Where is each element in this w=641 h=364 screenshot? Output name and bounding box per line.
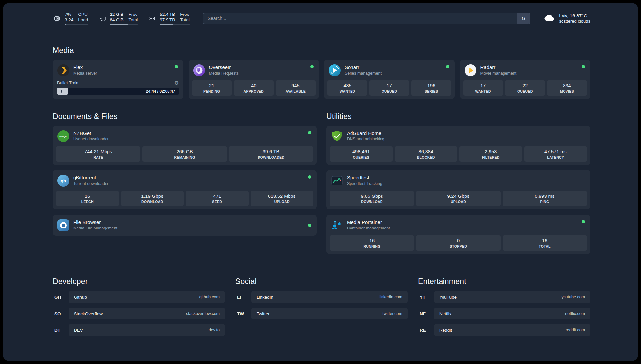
stat-label: SEED <box>187 200 247 204</box>
section-title-social: Social <box>235 277 408 286</box>
section-title-developer: Developer <box>53 277 225 286</box>
search-provider-button[interactable]: G <box>517 13 530 24</box>
search-input[interactable] <box>203 13 517 24</box>
bookmark-link-linkedin[interactable]: LinkedIn linkedin.com <box>251 291 408 303</box>
stat-value: 17 <box>371 83 408 88</box>
stat-block: 9.65 GbpsDOWNLOAD <box>330 191 414 206</box>
stat-label: STOPPED <box>417 244 499 248</box>
stat-value: 196 <box>412 83 450 88</box>
middle-columns: Documents & Files nzbget NZBGet Usenet d… <box>53 112 590 259</box>
stat-label: WANTED <box>465 89 502 93</box>
plex-now-playing: Bullet Train ⚙ 24:44 / 02:06:47 <box>56 80 180 95</box>
portainer-icon <box>331 219 343 231</box>
stat-block: 471SEED <box>186 191 249 206</box>
bookmark-link-dev[interactable]: DEV dev.to <box>69 324 225 336</box>
service-card-adguard[interactable]: AdGuard Home DNS and adblocking 498,461Q… <box>326 126 590 165</box>
service-card-plex[interactable]: Plex Media server Bullet Train ⚙ 24:44 <box>53 60 183 99</box>
stat-value: 0 <box>417 238 499 243</box>
svg-text:qb: qb <box>61 178 66 183</box>
search-bar[interactable]: G <box>203 13 531 24</box>
topbar-divider <box>53 31 590 31</box>
bookmark-link-twitter[interactable]: Twitter twitter.com <box>251 308 408 319</box>
playback-progressbar[interactable]: 24:44 / 02:06:47 <box>57 88 179 95</box>
stat-block: 0.993 msPING <box>503 191 587 206</box>
stat-label: QUEUED <box>506 89 544 93</box>
stat-value: 0.993 ms <box>504 194 586 199</box>
memory-total-value: 64 GiB <box>110 17 123 23</box>
pause-icon[interactable] <box>61 90 62 93</box>
bookmark-name: Twitter <box>257 311 270 316</box>
service-card-qbittorrent[interactable]: qb qBittorrent Torrent downloader 16LEEC… <box>53 170 317 209</box>
bookmark-row: GH Github github.com <box>53 291 225 303</box>
service-card-sonarr[interactable]: Sonarr Series management 485WANTED 17QUE… <box>324 60 455 99</box>
weather-location: Lviv, 16.87°C <box>559 13 590 18</box>
playback-progress-fill <box>57 88 68 95</box>
service-card-radarr[interactable]: Radarr Movie management 17WANTED 22QUEUE… <box>460 60 591 99</box>
stat-value: 22 <box>506 83 544 88</box>
bookmark-link-youtube[interactable]: YouTube youtube.com <box>434 291 590 303</box>
stat-value: 9.24 Gbps <box>417 194 499 199</box>
service-description: Container management <box>347 226 390 230</box>
bookmark-name: DEV <box>74 328 83 333</box>
plex-icon <box>57 64 70 76</box>
adguard-icon <box>331 130 343 142</box>
status-dot <box>582 220 585 223</box>
bookmark-link-reddit[interactable]: Reddit reddit.com <box>434 324 590 336</box>
service-card-nzbget[interactable]: nzbget NZBGet Usenet downloader 744.21 M… <box>53 126 317 165</box>
stat-label: UPLOAD <box>252 200 312 204</box>
stat-block: 40APPROVED <box>234 80 274 96</box>
service-card-portainer[interactable]: Media Portainer Container management 16R… <box>326 215 590 254</box>
stat-block: 1.19 GbpsDOWNLOAD <box>121 191 184 206</box>
stat-value: 618.52 Mbps <box>252 194 312 199</box>
service-stats: 17WANTED 22QUEUED 834MOVIES <box>463 80 587 96</box>
stat-block: 0STOPPED <box>416 235 501 251</box>
section-documents: Documents & Files nzbget NZBGet Usenet d… <box>53 112 317 241</box>
pause-icon[interactable] <box>63 90 64 93</box>
bookmark-abbr: DT <box>53 328 69 333</box>
service-description: Torrent downloader <box>73 181 108 186</box>
cpu-percent-value: 7% <box>65 12 73 17</box>
bookmark-link-stackoverflow[interactable]: StackOverflow stackoverflow.com <box>69 308 225 319</box>
stat-label: AVAILABLE <box>277 89 314 93</box>
gear-icon[interactable]: ⚙ <box>174 80 179 85</box>
service-name: AdGuard Home <box>347 130 384 136</box>
section-title-media: Media <box>53 46 590 55</box>
bookmark-domain: netflix.com <box>565 311 585 316</box>
status-dot <box>310 65 314 68</box>
service-card-overseerr[interactable]: Overseerr Media Requests 21PENDING 40APP… <box>189 60 319 99</box>
stat-value: 945 <box>277 83 314 88</box>
bookmark-row: YT YouTube youtube.com <box>418 291 590 303</box>
section-title-entertainment: Entertainment <box>418 277 590 286</box>
stat-block: 17QUEUED <box>369 80 409 96</box>
bookmark-row: SO StackOverflow stackoverflow.com <box>53 308 225 319</box>
stat-label: UPLOAD <box>417 200 499 204</box>
stat-label: APPROVED <box>235 89 272 93</box>
disk-free-label: Free <box>180 12 190 17</box>
service-name: Overseerr <box>209 64 239 70</box>
disk-total-label: Total <box>180 17 190 23</box>
stat-label: PING <box>504 200 586 204</box>
service-description: Speedtest Tracking <box>347 181 382 186</box>
bookmark-link-netflix[interactable]: Netflix netflix.com <box>434 308 590 319</box>
radarr-icon <box>464 64 477 76</box>
qbittorrent-icon: qb <box>57 174 70 187</box>
cpu-load-label: Load <box>78 17 88 23</box>
memory-free-label: Free <box>129 12 138 17</box>
sonarr-icon <box>328 64 341 76</box>
stat-block: 17WANTED <box>463 80 503 96</box>
stat-value: 471 <box>187 194 247 199</box>
stat-block: 21PENDING <box>192 80 232 96</box>
stat-value: 2,953 <box>461 149 521 154</box>
cpu-icon <box>53 15 61 23</box>
cpu-label: CPU <box>78 12 88 17</box>
stat-value: 485 <box>329 83 366 88</box>
bookmark-name: Netflix <box>439 311 452 316</box>
stat-label: TOTAL <box>504 244 586 248</box>
bookmark-abbr: GH <box>53 295 69 300</box>
service-card-filebrowser[interactable]: File Browser Media File Management <box>53 215 317 236</box>
bookmark-row: NF Netflix netflix.com <box>418 308 590 319</box>
stat-label: DOWNLOAD <box>331 200 413 204</box>
service-card-speedtest[interactable]: Speedtest Speedtest Tracking 9.65 GbpsDO… <box>326 170 590 209</box>
stat-label: WANTED <box>329 89 366 93</box>
bookmark-link-github[interactable]: Github github.com <box>69 291 225 303</box>
